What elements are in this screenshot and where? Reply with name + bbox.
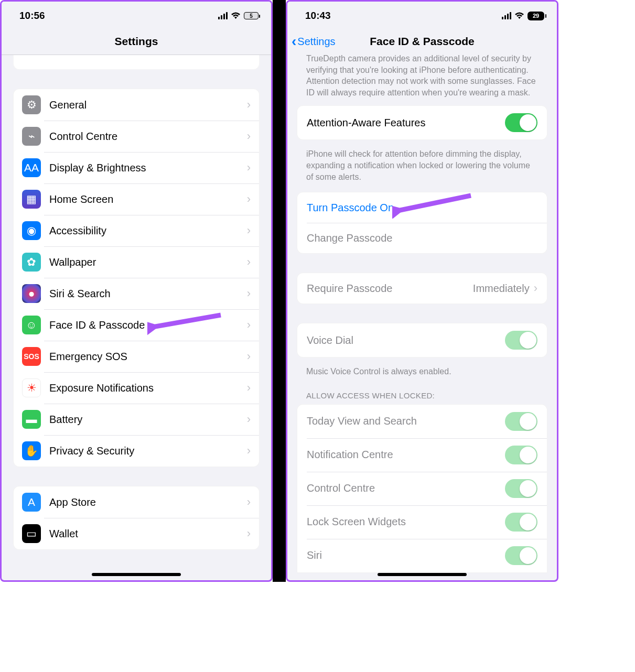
settings-row-control[interactable]: ⌁Control Centre› [14, 121, 259, 152]
change-passcode-row[interactable]: Change Passcode [297, 223, 547, 253]
siri-icon: ● [22, 284, 41, 303]
chevron-right-icon: › [247, 129, 251, 143]
voice-dial-label: Voice Dial [307, 334, 505, 346]
settings-row-sos[interactable]: SOSEmergency SOS› [14, 341, 259, 372]
wifi-icon [514, 12, 524, 19]
allow-access-row[interactable]: Control Centre [297, 472, 547, 505]
voice-dial-toggle[interactable] [505, 331, 537, 350]
allow-access-section: Today View and SearchNotification Centre… [297, 404, 547, 573]
change-passcode-label: Change Passcode [307, 232, 537, 244]
settings-screen: 10:56 5 Settings ⚙General›⌁Control Centr… [0, 0, 273, 582]
settings-row-wall[interactable]: ✿Wallpaper› [14, 246, 259, 278]
settings-row-label: Face ID & Passcode [49, 319, 247, 331]
settings-content[interactable]: ⚙General›⌁Control Centre›AADisplay & Bri… [2, 55, 271, 580]
cellular-signal-icon [218, 12, 228, 19]
allow-access-row[interactable]: Notification Centre [297, 438, 547, 472]
settings-row-batt[interactable]: ▬Battery› [14, 404, 259, 435]
cellular-signal-icon [502, 12, 512, 19]
require-passcode-row[interactable]: Require Passcode Immediately › [297, 273, 547, 304]
home-icon: ▦ [22, 190, 41, 209]
allow-access-row[interactable]: Today View and Search [297, 405, 547, 438]
allow-access-label: Lock Screen Widgets [307, 516, 505, 528]
turn-passcode-on-label: Turn Passcode On [307, 202, 537, 214]
gear-icon: ⚙ [22, 95, 41, 114]
settings-row-label: Emergency SOS [49, 351, 247, 363]
allow-access-label: Siri [307, 549, 505, 561]
truedepth-description: TrueDepth camera provides an additional … [297, 55, 547, 105]
settings-row-home[interactable]: ▦Home Screen› [14, 183, 259, 215]
attention-aware-row[interactable]: Attention-Aware Features [297, 106, 547, 139]
home-indicator[interactable] [92, 573, 181, 576]
nav-bar: ‹ Settings Face ID & Passcode [287, 28, 557, 55]
turn-passcode-on-row[interactable]: Turn Passcode On [297, 192, 547, 223]
voice-dial-row[interactable]: Voice Dial [297, 323, 547, 357]
attention-aware-label: Attention-Aware Features [307, 117, 505, 129]
wifi-icon [231, 12, 241, 19]
allow-access-header: ALLOW ACCESS WHEN LOCKED: [297, 382, 547, 404]
settings-row-label: Accessibility [49, 225, 247, 237]
battery-icon: 29 [528, 12, 544, 20]
allow-access-row[interactable]: Siri [297, 539, 547, 572]
status-time: 10:43 [305, 10, 331, 21]
settings-row-label: Display & Brightness [49, 162, 247, 174]
chevron-right-icon: › [247, 413, 251, 426]
battery-icon: 5 [244, 12, 259, 19]
page-title: Face ID & Passcode [370, 35, 475, 48]
allow-access-label: Notification Centre [307, 449, 505, 461]
settings-row-wallet[interactable]: ▭Wallet› [14, 518, 259, 549]
wallet-icon: ▭ [22, 524, 41, 543]
back-label: Settings [297, 36, 335, 48]
settings-row-label: Exposure Notifications [49, 382, 247, 394]
allow-access-toggle[interactable] [505, 479, 537, 498]
settings-row-exp[interactable]: ☀Exposure Notifications› [14, 372, 259, 404]
allow-access-toggle[interactable] [505, 513, 537, 532]
settings-group-store: AApp Store›▭Wallet› [13, 486, 260, 550]
settings-row-label: Wallet [49, 528, 247, 540]
appstore-icon: A [22, 493, 41, 512]
home-indicator[interactable] [378, 573, 467, 576]
allow-access-toggle[interactable] [505, 446, 537, 464]
settings-row-label: Siri & Search [49, 288, 247, 300]
status-indicators: 5 [218, 12, 259, 19]
chevron-right-icon: › [247, 318, 251, 332]
back-button[interactable]: ‹ Settings [292, 34, 336, 49]
allow-access-label: Today View and Search [307, 415, 505, 427]
attention-aware-toggle[interactable] [505, 113, 537, 132]
voice-dial-section: Voice Dial [297, 323, 547, 357]
settings-row-face[interactable]: ☺Face ID & Passcode› [14, 309, 259, 341]
settings-row-label: Control Centre [49, 131, 247, 143]
allow-access-row[interactable]: Lock Screen Widgets [297, 505, 547, 539]
status-bar: 10:56 5 [2, 2, 271, 28]
chevron-right-icon: › [247, 224, 251, 237]
priv-icon: ✋ [22, 441, 41, 460]
face-icon: ☺ [22, 316, 41, 334]
settings-row-label: Wallpaper [49, 256, 247, 268]
chevron-right-icon: › [247, 444, 251, 458]
settings-row-acc[interactable]: ◉Accessibility› [14, 215, 259, 246]
chevron-right-icon: › [247, 161, 251, 175]
settings-row-gear[interactable]: ⚙General› [14, 89, 259, 121]
settings-row-siri[interactable]: ●Siri & Search› [14, 278, 259, 309]
status-indicators: 29 [502, 12, 545, 20]
passcode-content[interactable]: TrueDepth camera provides an additional … [287, 55, 557, 580]
chevron-right-icon: › [247, 495, 251, 509]
settings-row-display[interactable]: AADisplay & Brightness› [14, 152, 259, 183]
nav-bar: Settings [2, 28, 271, 55]
require-passcode-section: Require Passcode Immediately › [297, 273, 547, 304]
chevron-right-icon: › [247, 527, 251, 540]
allow-access-toggle[interactable] [505, 412, 537, 431]
settings-row-label: Privacy & Security [49, 445, 247, 457]
status-bar: 10:43 29 [287, 2, 557, 28]
settings-row-priv[interactable]: ✋Privacy & Security› [14, 435, 259, 467]
require-passcode-value: Immediately [473, 283, 530, 295]
settings-row-appstore[interactable]: AApp Store› [14, 486, 259, 518]
chevron-right-icon: › [247, 255, 251, 269]
attention-footer: iPhone will check for attention before d… [297, 144, 547, 192]
faceid-passcode-screen: 10:43 29 ‹ Settings Face ID & Passcode T… [286, 0, 558, 582]
exp-icon: ☀ [22, 378, 41, 397]
chevron-right-icon: › [247, 287, 251, 300]
allow-access-label: Control Centre [307, 482, 505, 494]
control-icon: ⌁ [22, 127, 41, 146]
allow-access-toggle[interactable] [505, 546, 537, 565]
require-passcode-label: Require Passcode [307, 283, 473, 295]
